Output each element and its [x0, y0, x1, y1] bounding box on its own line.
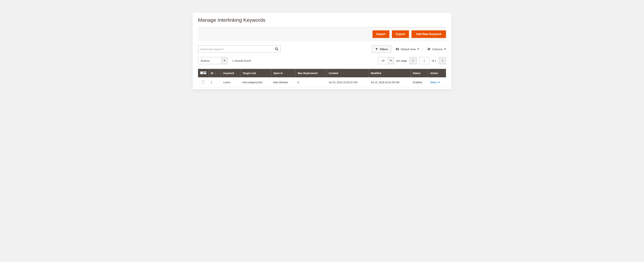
data-grid: ID ↑ Keyword Target Link Open In Max Rep… — [198, 69, 446, 87]
top-toolbar: Import Export Add New Keyword — [198, 27, 446, 41]
table-row: 1 Lorem test-category.html New Window 5 … — [198, 77, 446, 87]
funnel-icon — [375, 48, 378, 51]
page-size-caret[interactable] — [388, 57, 394, 64]
col-keyword[interactable]: Keyword — [221, 69, 240, 77]
pager: 20 per page 1 of 1 — [378, 57, 446, 64]
next-page-button[interactable] — [439, 57, 446, 64]
per-page-label: per page — [396, 59, 407, 62]
prev-page-button[interactable] — [410, 57, 417, 64]
col-target-link[interactable]: Target Link — [240, 69, 271, 77]
columns-selector[interactable]: Columns — [427, 47, 446, 51]
cell-modified: Jul 15, 2018 10:41:09 PM — [368, 77, 410, 87]
grid-controls-right: Filters Default View Columns — [372, 46, 446, 53]
admin-panel: Manage Interlinking Keywords Import Expo… — [192, 13, 452, 89]
records-found: 1 records found — [232, 59, 251, 62]
caret-down-icon — [438, 82, 440, 83]
header-checkbox-cell[interactable] — [198, 69, 208, 77]
row-action-select[interactable]: Select — [430, 81, 440, 84]
col-created[interactable]: Created — [326, 69, 368, 77]
columns-label: Columns — [432, 48, 443, 51]
caret-down-icon — [417, 49, 419, 50]
actions-dropdown[interactable]: Actions — [198, 57, 228, 64]
sort-asc-icon: ↑ — [215, 72, 216, 75]
select-all-checkbox[interactable] — [200, 71, 203, 74]
search-wrap — [198, 46, 281, 53]
actions-caret[interactable] — [222, 57, 228, 64]
divider — [423, 46, 423, 52]
cell-max-replacement: 5 — [296, 77, 326, 87]
col-open-in[interactable]: Open In — [271, 69, 296, 77]
search-input[interactable] — [198, 46, 281, 53]
actions-label: Actions — [198, 57, 222, 64]
cell-created: Jul 15, 2018 10:23:31 PM — [326, 77, 368, 87]
controls-row-actions: Actions 1 records found 20 per page 1 of… — [198, 57, 446, 64]
caret-down-icon — [444, 49, 446, 50]
svg-point-0 — [276, 48, 278, 50]
eye-icon — [395, 47, 399, 51]
page-of-label: of 1 — [432, 59, 436, 62]
add-new-keyword-button[interactable]: Add New Keyword — [412, 30, 446, 38]
caret-down-icon — [204, 72, 206, 73]
caret-down-icon — [390, 60, 392, 61]
col-max-replacement[interactable]: Max Replcement — [296, 69, 326, 77]
import-button[interactable]: Import — [372, 30, 390, 38]
caret-down-icon — [224, 60, 225, 61]
page-title: Manage Interlinking Keywords — [198, 17, 446, 23]
page-size-value[interactable]: 20 — [378, 57, 388, 64]
col-modified[interactable]: Modified — [368, 69, 410, 77]
export-button[interactable]: Export — [392, 30, 409, 38]
row-checkbox[interactable] — [202, 81, 205, 83]
cell-keyword: Lorem — [221, 77, 240, 87]
filters-label: Filters — [380, 48, 388, 51]
filters-button[interactable]: Filters — [372, 46, 391, 53]
view-selector[interactable]: Default View — [395, 47, 419, 51]
cell-target-link: test-category.html — [240, 77, 271, 87]
select-all-caret[interactable] — [204, 71, 206, 74]
svg-line-1 — [277, 50, 278, 51]
cell-id: 1 — [208, 77, 221, 87]
view-label: Default View — [401, 48, 416, 51]
cell-status: Enabled — [410, 77, 428, 87]
col-status[interactable]: Status — [410, 69, 428, 77]
col-action[interactable]: Action — [428, 69, 446, 77]
cell-open-in: New Window — [271, 77, 296, 87]
current-page-input[interactable]: 1 — [419, 57, 429, 64]
gear-icon — [427, 47, 431, 51]
controls-row-search: Filters Default View Columns — [198, 46, 446, 53]
col-id[interactable]: ID ↑ — [208, 69, 221, 77]
search-icon[interactable] — [275, 47, 278, 51]
header-row: ID ↑ Keyword Target Link Open In Max Rep… — [198, 69, 446, 77]
